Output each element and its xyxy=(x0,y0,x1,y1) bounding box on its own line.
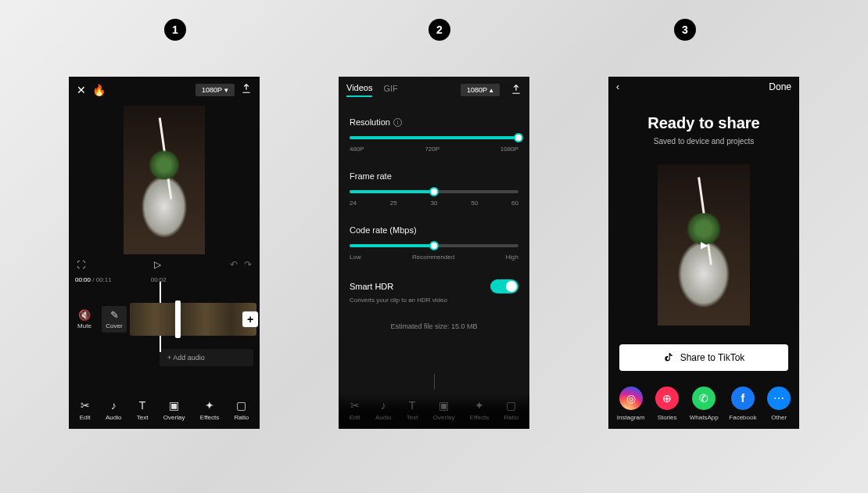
cover-button[interactable]: ✎ Cover xyxy=(102,306,127,333)
step-badge-3: 3 xyxy=(674,19,696,41)
tool-edit[interactable]: ✂Edit xyxy=(80,399,91,421)
mute-button[interactable]: 🔇 Mute xyxy=(72,309,97,329)
add-clip-button[interactable]: + xyxy=(242,311,258,327)
framerate-group: Frame rate 24 25 30 50 60 xyxy=(350,171,518,207)
info-icon[interactable]: i xyxy=(393,118,402,127)
share-instagram[interactable]: ◎ Instagram xyxy=(617,387,645,421)
tool-audio-label: Audio xyxy=(106,414,121,421)
share-screen: ‹ Done Ready to share Saved to device an… xyxy=(608,77,799,429)
time-tick: 00:02 xyxy=(151,276,167,283)
resolution-label: Resolution xyxy=(350,117,390,127)
instagram-label: Instagram xyxy=(617,414,645,421)
tool-audio-dim: ♪Audio xyxy=(375,399,391,421)
close-icon[interactable]: ✕ xyxy=(77,84,86,96)
video-clip[interactable]: + xyxy=(130,303,256,336)
step-badge-1: 1 xyxy=(164,19,186,41)
back-icon[interactable]: ‹ xyxy=(616,81,619,92)
tool-effects-label: Effects xyxy=(200,414,219,421)
other-label: Other xyxy=(771,414,787,421)
step-badge-2: 2 xyxy=(429,19,450,41)
chevron-up-icon: ▴ xyxy=(490,86,493,94)
fullscreen-icon[interactable]: ⛶ xyxy=(77,260,85,269)
export-topbar: Videos GIF 1080P ▴ xyxy=(339,77,529,103)
timeline-track[interactable]: 🔇 Mute ✎ Cover + xyxy=(69,296,260,343)
export-icon[interactable] xyxy=(241,83,252,96)
tab-gif[interactable]: GIF xyxy=(383,84,397,96)
divider xyxy=(434,374,435,390)
facebook-icon: f xyxy=(731,387,755,410)
tool-effects[interactable]: ✦Effects xyxy=(200,399,219,421)
coderate-group: Code rate (Mbps) Low Recommended High xyxy=(350,225,518,261)
done-button[interactable]: Done xyxy=(769,81,791,92)
fps-tick-24: 24 xyxy=(350,200,357,207)
tool-overlay-label: Overlay xyxy=(163,414,185,421)
resolution-dropdown[interactable]: 1080P ▾ xyxy=(195,84,235,96)
whatsapp-label: WhatsApp xyxy=(690,414,719,421)
editor-topbar: ✕ 🔥 1080P ▾ xyxy=(69,77,260,103)
share-stories[interactable]: ⊕ Stories xyxy=(655,387,679,421)
tool-audio[interactable]: ♪Audio xyxy=(106,399,121,421)
share-topbar: ‹ Done xyxy=(608,77,799,97)
time-ruler: 00:00 / 00:11 00:02 xyxy=(69,275,260,285)
tiktok-icon xyxy=(663,352,674,363)
editor-bottom-bar-dim: ✂Edit ♪Audio TText ▣Overlay ✦Effects ▢Ra… xyxy=(339,393,529,429)
coderate-low: Low xyxy=(350,254,361,261)
chevron-down-icon: ▾ xyxy=(224,86,228,94)
tool-ratio[interactable]: ▢Ratio xyxy=(235,399,249,421)
share-title: Ready to share xyxy=(608,114,799,132)
tab-videos[interactable]: Videos xyxy=(346,83,372,97)
resolution-value: 1080P xyxy=(467,86,487,94)
cover-label: Cover xyxy=(106,322,122,329)
coderate-label: Code rate (Mbps) xyxy=(350,225,417,235)
clip-handle[interactable] xyxy=(175,300,181,338)
share-subtitle: Saved to device and projects xyxy=(608,137,799,146)
text-icon: T xyxy=(137,399,149,412)
resolution-dropdown[interactable]: 1080P ▴ xyxy=(461,84,500,96)
playback-controls: ⛶ ▷ ↶ ↷ xyxy=(69,254,260,275)
hdr-toggle[interactable] xyxy=(490,279,518,293)
text-icon: T xyxy=(407,399,418,412)
res-tick-720: 720P xyxy=(425,146,439,153)
editor-screen: ✕ 🔥 1080P ▾ ⛶ ▷ ↶ ↷ 00:00 / 00:11 00:02 … xyxy=(69,77,260,429)
framerate-label: Frame rate xyxy=(350,171,392,181)
tool-edit-label: Edit xyxy=(80,414,91,421)
scissors-icon: ✂ xyxy=(80,399,91,412)
add-audio-label: + Add audio xyxy=(167,354,205,362)
ratio-icon: ▢ xyxy=(504,399,519,412)
export-icon[interactable] xyxy=(511,84,522,97)
share-facebook[interactable]: f Facebook xyxy=(729,387,756,421)
tool-text-dim: TText xyxy=(407,399,418,421)
tool-text[interactable]: TText xyxy=(137,399,149,421)
coderate-slider[interactable] xyxy=(350,244,518,247)
redo-icon[interactable]: ↷ xyxy=(244,259,252,270)
file-size-estimate: Estimated file size: 15.0 MB xyxy=(350,322,518,330)
mute-icon: 🔇 xyxy=(72,309,97,321)
share-targets: ◎ Instagram ⊕ Stories ✆ WhatsApp f Faceb… xyxy=(608,387,799,421)
tool-overlay-dim: ▣Overlay xyxy=(433,399,455,421)
undo-icon[interactable]: ↶ xyxy=(230,259,238,270)
play-button[interactable]: ▷ xyxy=(91,259,224,270)
video-preview[interactable] xyxy=(124,106,205,254)
editor-bottom-bar: ✂Edit ♪Audio TText ▣Overlay ✦Effects ▢Ra… xyxy=(69,393,260,429)
video-thumbnail[interactable] xyxy=(658,164,750,326)
total-time: 00:11 xyxy=(96,276,112,283)
instagram-icon: ◎ xyxy=(619,387,643,410)
framerate-slider[interactable] xyxy=(350,190,518,193)
resolution-slider[interactable] xyxy=(350,136,518,139)
coderate-high: High xyxy=(506,254,518,261)
scissors-icon: ✂ xyxy=(350,399,360,412)
mute-label: Mute xyxy=(77,322,91,329)
tool-overlay[interactable]: ▣Overlay xyxy=(163,399,185,421)
add-audio-button[interactable]: + Add audio xyxy=(160,349,253,366)
whatsapp-icon: ✆ xyxy=(692,387,716,410)
share-whatsapp[interactable]: ✆ WhatsApp xyxy=(690,387,719,421)
hdr-description: Converts your clip to an HDR video xyxy=(350,297,518,304)
tool-ratio-label: Ratio xyxy=(235,414,249,421)
flame-icon[interactable]: 🔥 xyxy=(92,84,106,96)
share-tiktok-button[interactable]: Share to TikTok xyxy=(619,344,788,371)
share-other[interactable]: ⋯ Other xyxy=(767,387,791,421)
fps-tick-60: 60 xyxy=(511,200,518,207)
fps-tick-25: 25 xyxy=(390,200,397,207)
resolution-group: Resolutioni 480P 720P 1080P xyxy=(350,117,518,153)
music-note-icon: ♪ xyxy=(375,399,391,412)
